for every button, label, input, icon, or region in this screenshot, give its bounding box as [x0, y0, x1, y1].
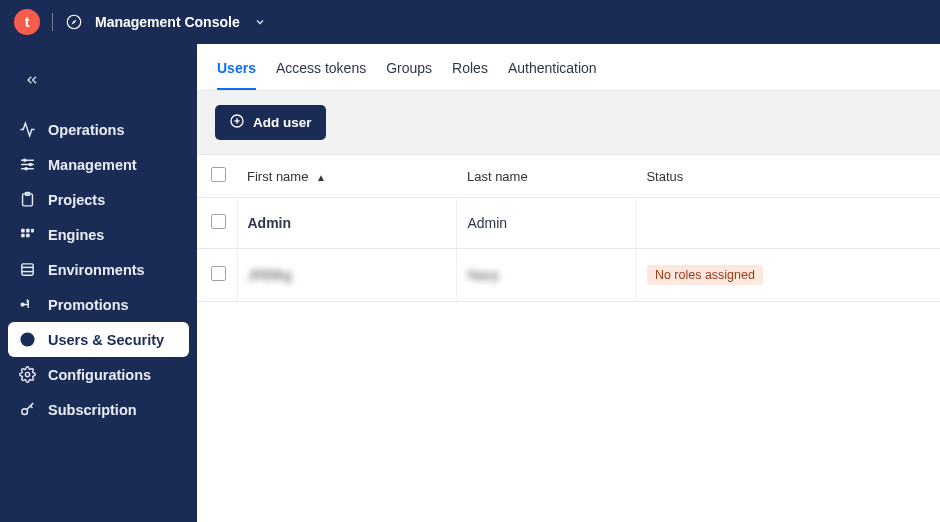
status-badge: No roles assigned [647, 265, 763, 285]
add-user-button[interactable]: Add user [215, 105, 326, 140]
table-row[interactable]: JRBlkg Navy No roles assigned [197, 249, 940, 302]
table-row[interactable]: Admin Admin [197, 198, 940, 249]
sidebar-item-label: Projects [48, 192, 105, 208]
topbar-divider [52, 13, 53, 31]
svg-point-20 [25, 336, 29, 340]
flow-icon [18, 296, 36, 313]
sort-asc-icon: ▲ [316, 172, 326, 183]
svg-rect-11 [26, 229, 30, 233]
sidebar-item-projects[interactable]: Projects [8, 182, 189, 217]
tab-label: Roles [452, 60, 488, 76]
brand-letter: t [25, 14, 30, 30]
svg-point-6 [29, 163, 31, 165]
svg-rect-12 [31, 229, 34, 233]
sidebar-item-engines[interactable]: Engines [8, 217, 189, 252]
tab-users[interactable]: Users [217, 60, 256, 90]
topbar: t Management Console [0, 0, 940, 44]
sidebar-item-label: Operations [48, 122, 125, 138]
sidebar-item-management[interactable]: Management [8, 147, 189, 182]
tab-label: Authentication [508, 60, 597, 76]
svg-rect-14 [26, 234, 30, 238]
sidebar-item-configurations[interactable]: Configurations [8, 357, 189, 392]
key-icon [18, 401, 36, 418]
cell-status: No roles assigned [636, 249, 940, 302]
user-shield-icon [18, 331, 36, 348]
brand-logo[interactable]: t [14, 9, 40, 35]
topbar-title[interactable]: Management Console [95, 14, 240, 30]
gear-icon [18, 366, 36, 383]
tab-label: Access tokens [276, 60, 366, 76]
select-all-checkbox[interactable] [211, 167, 226, 182]
column-label: Last name [467, 169, 528, 184]
chevron-down-icon[interactable] [254, 16, 266, 28]
sidebar-item-label: Promotions [48, 297, 129, 313]
sidebar-item-users-security[interactable]: Users & Security [8, 322, 189, 357]
action-bar: Add user [197, 91, 940, 155]
tab-groups[interactable]: Groups [386, 60, 432, 90]
svg-point-7 [25, 168, 27, 170]
cell-last-name: Navy [457, 249, 636, 302]
cell-first-name: JRBlkg [237, 249, 457, 302]
svg-marker-1 [71, 19, 76, 24]
sidebar-item-label: Configurations [48, 367, 151, 383]
svg-point-5 [23, 159, 25, 161]
tab-access-tokens[interactable]: Access tokens [276, 60, 366, 90]
column-label: First name [247, 169, 308, 184]
svg-rect-10 [21, 229, 25, 233]
sidebar-item-label: Environments [48, 262, 145, 278]
cell-first-name: Admin [237, 198, 457, 249]
activity-icon [18, 121, 36, 138]
compass-icon [65, 13, 83, 31]
tab-authentication[interactable]: Authentication [508, 60, 597, 90]
cell-status [636, 198, 940, 249]
svg-point-21 [25, 372, 29, 376]
sidebar-item-label: Subscription [48, 402, 137, 418]
sliders-icon [18, 156, 36, 173]
sidebar-item-operations[interactable]: Operations [8, 112, 189, 147]
tab-label: Groups [386, 60, 432, 76]
row-checkbox[interactable] [211, 266, 226, 281]
row-checkbox[interactable] [211, 214, 226, 229]
cell-last-name: Admin [457, 198, 636, 249]
plus-circle-icon [229, 113, 245, 132]
tab-roles[interactable]: Roles [452, 60, 488, 90]
sidebar-item-label: Management [48, 157, 137, 173]
svg-rect-13 [21, 234, 25, 238]
sidebar-item-promotions[interactable]: Promotions [8, 287, 189, 322]
add-user-label: Add user [253, 115, 312, 130]
column-last-name[interactable]: Last name [457, 155, 636, 198]
main-content: Users Access tokens Groups Roles Authent… [197, 44, 940, 522]
sidebar-item-subscription[interactable]: Subscription [8, 392, 189, 427]
column-status[interactable]: Status [636, 155, 940, 198]
column-first-name[interactable]: First name ▲ [237, 155, 457, 198]
users-table: First name ▲ Last name Status [197, 155, 940, 302]
collapse-sidebar-button[interactable] [18, 66, 46, 94]
engines-icon [18, 226, 36, 243]
clipboard-icon [18, 191, 36, 208]
sidebar-item-environments[interactable]: Environments [8, 252, 189, 287]
column-select-all [197, 155, 237, 198]
column-label: Status [646, 169, 683, 184]
sidebar-item-label: Engines [48, 227, 104, 243]
sidebar: Operations Management Projects [0, 44, 197, 522]
tabs: Users Access tokens Groups Roles Authent… [197, 44, 940, 91]
sidebar-item-label: Users & Security [48, 332, 164, 348]
layers-icon [18, 261, 36, 278]
svg-point-22 [21, 409, 27, 415]
svg-point-18 [21, 303, 24, 306]
svg-rect-15 [21, 264, 32, 275]
tab-label: Users [217, 60, 256, 76]
